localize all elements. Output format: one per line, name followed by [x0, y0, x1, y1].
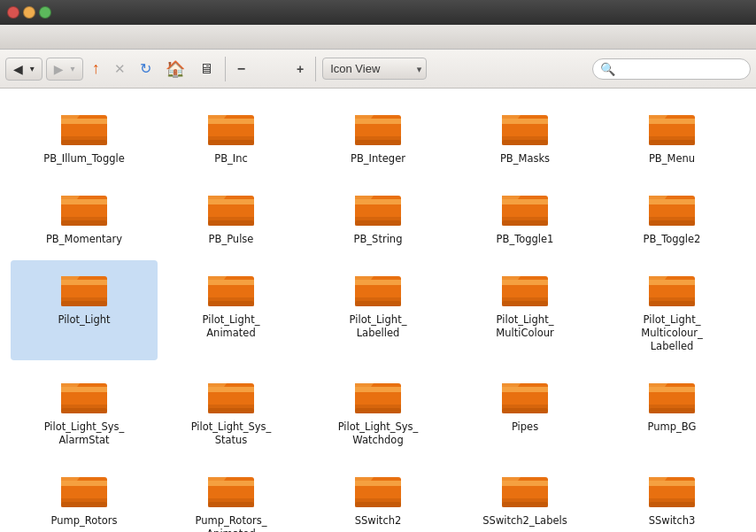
svg-rect-47 [208, 301, 254, 306]
svg-rect-55 [502, 301, 548, 306]
svg-rect-61 [61, 387, 107, 392]
svg-rect-75 [502, 408, 548, 413]
folder-item[interactable]: SSwitch3 [598, 461, 745, 532]
folder-item[interactable]: Pilot_Light_ Labelled [305, 260, 451, 360]
folder-icon [59, 187, 109, 229]
folder-item[interactable]: PB_Menu [598, 99, 745, 173]
folder-label: PB_Inc [214, 152, 248, 166]
svg-rect-53 [502, 280, 548, 285]
svg-rect-33 [502, 199, 548, 204]
menu-edit[interactable] [21, 35, 39, 40]
folder-label: Pilot_Light_Sys_ AlarmStat [44, 420, 125, 447]
folder-label: PB_String [354, 233, 403, 246]
folder-label: Pilot_Light_ MultiColour [496, 313, 553, 340]
svg-rect-81 [61, 481, 107, 486]
svg-rect-39 [649, 220, 695, 226]
forward-dropdown-icon[interactable]: ▾ [71, 64, 75, 73]
svg-rect-29 [355, 199, 401, 204]
menu-go[interactable] [57, 35, 74, 40]
svg-rect-37 [649, 199, 695, 204]
back-dropdown-icon[interactable]: ▾ [30, 64, 35, 73]
svg-rect-69 [355, 387, 401, 392]
separator-2 [315, 57, 316, 81]
svg-rect-9 [355, 119, 401, 124]
folder-icon [59, 468, 109, 511]
folder-item[interactable]: Pipes [451, 367, 598, 454]
folder-item[interactable]: PB_String [305, 180, 451, 253]
search-box[interactable]: 🔍 [592, 58, 751, 80]
svg-rect-5 [208, 119, 254, 124]
computer-button[interactable]: 🖥 [194, 58, 219, 81]
folder-item[interactable]: Pilot_Light_ Animated [158, 260, 305, 360]
toolbar: ◀ ▾ ▶ ▾ ↑ ✕ ↻ 🏠 🖥 − + Icon View List Vie… [0, 50, 756, 89]
menu-bookmarks[interactable] [74, 35, 92, 40]
view-selector[interactable]: Icon View List View Compact View [322, 58, 427, 80]
zoom-out-button[interactable]: − [232, 58, 251, 81]
folder-item[interactable]: Pilot_Light_ Multicolour_ Labelled [598, 260, 745, 360]
folder-label: Pump_Rotors [50, 514, 117, 528]
svg-rect-43 [61, 301, 107, 306]
svg-rect-25 [208, 199, 254, 204]
home-button[interactable]: 🏠 [160, 56, 190, 82]
svg-rect-7 [208, 140, 254, 145]
folder-item[interactable]: Pump_Rotors_ Animated [158, 461, 305, 532]
folder-item[interactable]: Pilot_Light_Sys_ AlarmStat [11, 367, 158, 454]
folder-label: Pilot_Light_Sys_ Status [191, 420, 272, 447]
folder-label: Pump_Rotors_ Animated [196, 514, 267, 532]
folder-icon [647, 267, 697, 310]
back-arrow-icon: ◀ [13, 62, 23, 76]
folder-item[interactable]: Pilot_Light_ MultiColour [451, 260, 598, 360]
svg-rect-87 [208, 502, 254, 507]
folder-item[interactable]: PB_Pulse [158, 180, 305, 253]
folder-icon [206, 267, 256, 310]
forward-button[interactable]: ▶ ▾ [46, 58, 83, 81]
minimize-button[interactable] [23, 6, 35, 19]
svg-rect-65 [208, 387, 254, 392]
folder-item[interactable]: Pilot_Light_Sys_ Watchdog [305, 367, 451, 454]
close-button[interactable] [7, 6, 19, 19]
svg-rect-99 [649, 502, 695, 507]
folder-item[interactable]: PB_Masks [451, 99, 598, 173]
svg-rect-1 [61, 119, 107, 124]
svg-rect-27 [208, 220, 254, 226]
folder-item[interactable]: Pump_Rotors [11, 461, 158, 532]
zoom-in-button[interactable]: + [291, 58, 309, 80]
reload-button[interactable]: ↻ [135, 57, 157, 81]
svg-rect-85 [208, 481, 254, 486]
folder-item[interactable]: PB_Illum_Toggle [11, 99, 158, 173]
folder-label: Pump_BG [648, 420, 697, 434]
folder-icon [59, 267, 109, 310]
svg-rect-49 [355, 280, 401, 285]
search-input[interactable] [619, 63, 743, 75]
folder-label: PB_Pulse [209, 233, 254, 246]
folder-label: Pilot_Light_ Multicolour_ Labelled [641, 313, 702, 353]
folder-label: SSwitch2_Labels [482, 514, 567, 528]
svg-rect-3 [61, 140, 107, 145]
folder-label: PB_Menu [649, 152, 695, 166]
folder-item[interactable]: PB_Momentary [11, 180, 158, 253]
svg-rect-21 [61, 199, 107, 204]
folder-item[interactable]: Pilot_Light_Sys_ Status [158, 367, 305, 454]
folder-label: PB_Momentary [46, 233, 122, 246]
folder-label: Pilot_Light_Sys_ Watchdog [338, 420, 419, 447]
menu-file[interactable] [4, 35, 21, 40]
svg-rect-45 [208, 280, 254, 285]
folder-item[interactable]: PB_Integer [305, 99, 451, 173]
folder-label: Pilot_Light [58, 313, 110, 327]
folder-item[interactable]: PB_Toggle2 [598, 180, 745, 253]
up-button[interactable]: ↑ [87, 56, 105, 81]
folder-item[interactable]: Pilot_Light [11, 260, 158, 360]
folder-item[interactable]: SSwitch2 [305, 461, 451, 532]
folder-item[interactable]: Pump_BG [598, 367, 745, 454]
stop-button[interactable]: ✕ [109, 58, 131, 81]
folder-item[interactable]: PB_Toggle1 [451, 180, 598, 253]
back-button[interactable]: ◀ ▾ [5, 58, 42, 81]
svg-rect-17 [649, 119, 695, 124]
menu-help[interactable] [92, 35, 110, 40]
folder-item[interactable]: SSwitch2_Labels [451, 461, 598, 532]
folder-icon [59, 106, 109, 149]
maximize-button[interactable] [39, 6, 51, 19]
view-dropdown-select[interactable]: Icon View List View Compact View [322, 58, 427, 80]
menu-view[interactable] [39, 35, 57, 40]
folder-item[interactable]: PB_Inc [158, 99, 305, 173]
